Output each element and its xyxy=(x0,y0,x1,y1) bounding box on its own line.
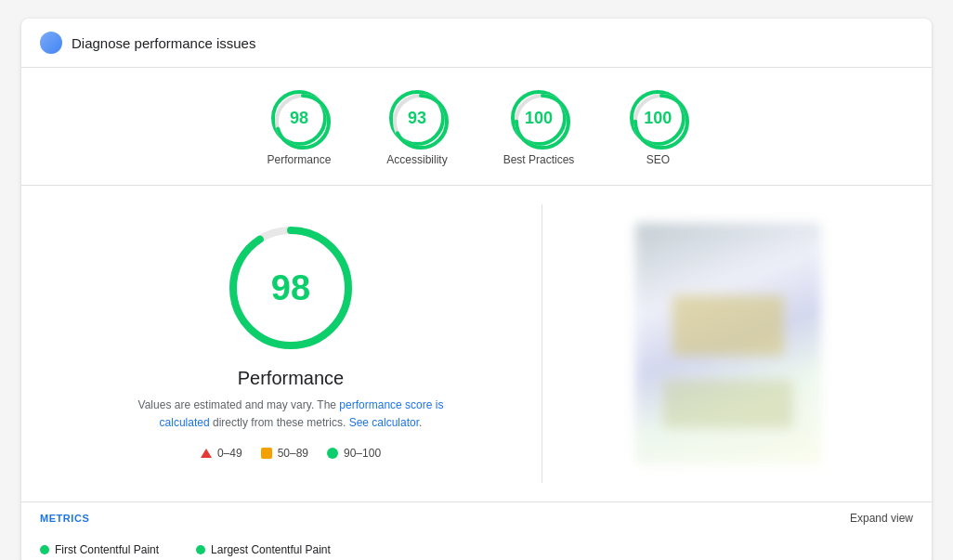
score-circle-seo: 100 xyxy=(630,90,685,146)
right-panel xyxy=(552,204,904,483)
left-panel: 98 Performance Values are estimated and … xyxy=(49,204,532,483)
legend-range-green: 90–100 xyxy=(344,447,381,460)
legend-range-red: 0–49 xyxy=(217,447,242,460)
legend-item-orange: 50–89 xyxy=(261,447,308,460)
metrics-preview-row: First Contentful Paint Largest Contentfu… xyxy=(21,534,932,560)
fcp-label: First Contentful Paint xyxy=(55,543,159,556)
orange-square-icon xyxy=(261,448,272,459)
green-dot-icon xyxy=(327,448,338,459)
metric-item-lcp[interactable]: Largest Contentful Paint xyxy=(196,543,331,560)
vertical-divider xyxy=(542,204,542,483)
desc-mid: directly from these metrics. xyxy=(210,416,349,429)
lighthouse-icon xyxy=(40,32,62,54)
metric-item-fcp[interactable]: First Contentful Paint xyxy=(40,543,159,560)
score-label-best-practices: Best Practices xyxy=(503,153,575,166)
calculator-link[interactable]: See calculator xyxy=(349,416,419,429)
legend-item-red: 0–49 xyxy=(201,447,242,460)
desc-plain: Values are estimated and may vary. The xyxy=(138,398,340,411)
header: Diagnose performance issues xyxy=(21,19,932,68)
score-description: Values are estimated and may vary. The p… xyxy=(114,397,467,432)
scores-row: 98 Performance 93 Accessibility 100 xyxy=(21,68,932,186)
big-score-label: Performance xyxy=(238,368,345,389)
score-item-performance[interactable]: 98 Performance xyxy=(268,90,332,166)
lcp-label: Largest Contentful Paint xyxy=(211,543,331,556)
score-item-best-practices[interactable]: 100 Best Practices xyxy=(503,90,575,166)
legend-range-orange: 50–89 xyxy=(278,447,308,460)
red-triangle-icon xyxy=(201,449,212,458)
big-score-circle-wrap: 98 xyxy=(226,223,356,353)
main-content: 98 Performance Values are estimated and … xyxy=(21,186,932,501)
legend-item-green: 90–100 xyxy=(327,447,381,460)
desc-end: . xyxy=(419,416,422,429)
legend-row: 0–49 50–89 90–100 xyxy=(201,447,381,460)
big-score-circle: 98 xyxy=(226,223,356,353)
page-screenshot-preview xyxy=(635,223,821,464)
score-circle-performance: 98 xyxy=(271,90,327,146)
fcp-green-dot xyxy=(40,545,49,554)
lcp-green-dot xyxy=(196,545,205,554)
header-title: Diagnose performance issues xyxy=(72,35,255,51)
score-label-accessibility: Accessibility xyxy=(386,153,447,166)
big-score-value: 98 xyxy=(271,268,310,308)
score-circle-best-practices: 100 xyxy=(511,90,567,146)
score-label-performance: Performance xyxy=(268,153,332,166)
score-circle-accessibility: 93 xyxy=(389,90,445,146)
main-card: Diagnose performance issues 98 Performan… xyxy=(21,19,932,560)
score-item-accessibility[interactable]: 93 Accessibility xyxy=(386,90,447,166)
score-label-seo: SEO xyxy=(646,153,670,166)
score-item-seo[interactable]: 100 SEO xyxy=(630,90,685,166)
expand-view-button[interactable]: Expand view xyxy=(850,512,913,525)
metrics-label: METRICS xyxy=(40,513,89,524)
metrics-bar: METRICS Expand view xyxy=(21,501,932,534)
